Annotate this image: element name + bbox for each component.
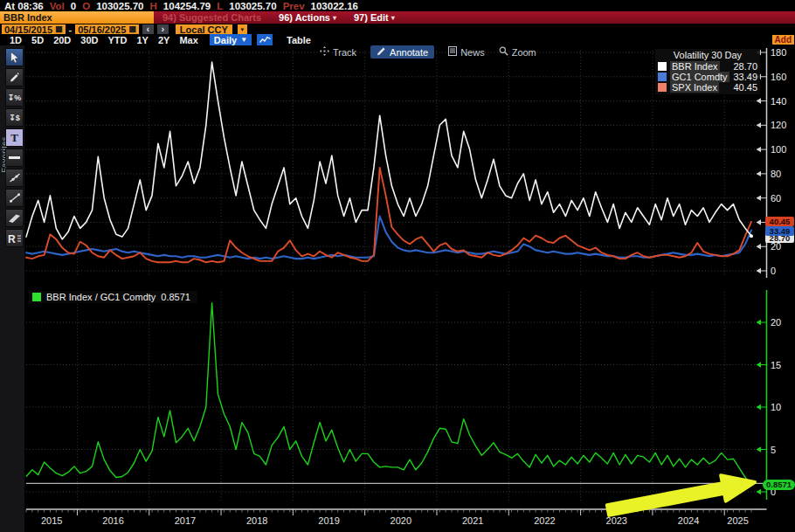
y-tick-label: 80 — [771, 169, 781, 179]
legend-item-label: SPX Index — [670, 82, 719, 93]
tick-arrow-icon — [757, 122, 762, 128]
x-axis-year-label: 2022 — [534, 515, 555, 526]
percent-retracement-tool[interactable]: ↧% — [5, 88, 24, 107]
quote-segment: 103025.70 — [96, 1, 143, 11]
legend-item-spx-index[interactable]: SPX Index40.45 — [658, 82, 757, 93]
channel-tool[interactable] — [5, 209, 24, 227]
table-button[interactable]: Table — [287, 35, 311, 45]
horizontal-line-icon — [9, 156, 20, 159]
calendar-icon[interactable]: ▦ — [55, 25, 63, 33]
menu-96-actions[interactable]: 96) Actions▾ — [279, 12, 336, 23]
cursor-icon — [10, 52, 20, 64]
annotate-icon — [377, 46, 386, 58]
period-tab-2y[interactable]: 2Y — [158, 35, 169, 45]
trend-line-tool[interactable] — [5, 169, 24, 187]
menu-label: 96) Actions — [279, 12, 330, 23]
x-axis-year-label: 2025 — [727, 515, 748, 526]
ray-line-tool[interactable] — [5, 189, 24, 207]
panel-header: BBR Index 94) Suggested Charts96) Action… — [0, 11, 795, 24]
period-tab-1y[interactable]: 1Y — [137, 35, 149, 45]
period-tab-30d[interactable]: 30D — [80, 35, 98, 45]
period-tab-ytd[interactable]: YTD — [108, 35, 128, 45]
add-button[interactable]: Add — [772, 35, 794, 45]
horizontal-line-tool[interactable] — [5, 149, 24, 167]
y-tick-label: 15 — [771, 360, 781, 370]
ray-line-icon — [9, 192, 21, 204]
legend-item-label: BBR Index — [670, 61, 720, 72]
period-tab-5d[interactable]: 5D — [31, 35, 44, 45]
chart-toolbar: TrackAnnotateNewsZoom — [320, 45, 536, 59]
y-tick-label: 10 — [771, 402, 781, 412]
quote-segment: O — [82, 1, 90, 11]
legend-item-bbr-index[interactable]: BBR Index28.70 — [658, 61, 757, 72]
frequency-dropdown[interactable]: Daily ▼ — [210, 34, 252, 45]
y-tick-label: 180 — [771, 47, 786, 58]
quote-segment: 0 — [71, 1, 76, 11]
menu-94-suggested-charts[interactable]: 94) Suggested Charts — [162, 12, 261, 23]
text-annotation-tool[interactable]: T — [5, 128, 24, 147]
chart-type-button[interactable] — [257, 34, 273, 45]
calendar-icon[interactable]: ▦ — [128, 25, 136, 33]
quote-segment: Prev — [283, 1, 305, 11]
end-date-field[interactable]: 05/16/2025 ▦ — [75, 24, 139, 35]
series-bbr-index-gc1-comdty-line — [26, 303, 751, 485]
chevron-down-icon: ▾ — [391, 14, 395, 22]
y-tick-label: 100 — [771, 144, 786, 155]
chevron-down-icon[interactable]: ▾ — [238, 24, 247, 35]
period-tab-max[interactable]: Max — [179, 35, 197, 45]
tick-arrow-icon — [757, 171, 762, 176]
tick-arrow-icon — [757, 219, 762, 225]
chevron-down-icon: ▾ — [333, 14, 336, 22]
chart-toolbar-news[interactable]: News — [448, 45, 485, 59]
prev-range-button[interactable]: ‹ — [142, 24, 154, 35]
quote-segment: Vol — [50, 1, 65, 11]
menu-97-edit[interactable]: 97) Edit▾ — [354, 12, 395, 23]
period-tab-1d[interactable]: 1D — [10, 35, 22, 45]
chart-toolbar-track[interactable]: Track — [320, 45, 356, 59]
chart-toolbar-label: News — [460, 47, 485, 58]
tick-arrow-icon — [757, 362, 762, 367]
legend-item-gc1-comdty[interactable]: GC1 Comdty33.49 — [658, 72, 757, 82]
x-axis-year-label: 2018 — [246, 515, 267, 526]
regression-tool[interactable]: R — [5, 229, 24, 247]
y-tick-label: 140 — [771, 96, 786, 107]
series-swatch — [658, 73, 667, 81]
security-name-field[interactable]: BBR Index — [0, 11, 154, 24]
x-axis-year-label: 2020 — [391, 515, 411, 526]
quote-segment: H — [150, 1, 157, 11]
chart-canvas[interactable]: 0204060801001201401601800510152020152016… — [0, 45, 795, 532]
price-retracement-tool[interactable]: ↧$ — [5, 108, 24, 127]
x-axis-year-label: 2015 — [41, 515, 62, 526]
tick-arrow-icon — [757, 320, 762, 325]
chart-toolbar-annotate[interactable]: Annotate — [370, 45, 434, 59]
zoom-icon — [499, 46, 508, 58]
period-tab-20d[interactable]: 20D — [53, 35, 71, 45]
y-tick-label: 5 — [771, 445, 776, 455]
ratio-series-swatch[interactable] — [32, 293, 41, 301]
tick-arrow-icon — [757, 268, 762, 273]
chart-toolbar-label: Track — [333, 47, 356, 58]
period-tabs: 1D5D20D30DYTD1Y2YMax — [0, 35, 198, 45]
y-tick-label: 120 — [771, 120, 786, 130]
start-date-field[interactable]: 04/15/2015 ▦ — [2, 24, 66, 35]
next-range-button[interactable]: › — [157, 24, 169, 35]
y-tick-label: 20 — [771, 317, 781, 328]
regression-icon: R — [8, 232, 22, 244]
percent-drop-icon: ↧% — [8, 93, 22, 102]
series-gc1-comdty-line — [26, 217, 751, 259]
menu-label: 97) Edit — [354, 12, 389, 23]
ratio-last-value-badge: 0.8571 — [763, 480, 795, 490]
draw-annotation-tool[interactable] — [5, 68, 24, 86]
frequency-value: Daily — [214, 35, 237, 45]
gc1-last-value-badge: 33.49 — [765, 226, 794, 236]
legend-item-value: 40.45 — [733, 82, 757, 93]
legend-item-value: 33.49 — [733, 72, 757, 82]
series-swatch — [658, 62, 667, 71]
dollar-drop-icon: ↧$ — [9, 114, 20, 122]
ratio-legend-label: BBR Index / GC1 Comdty — [46, 292, 156, 302]
cursor-tool[interactable] — [5, 48, 24, 66]
currency-dropdown[interactable]: Local CCY — [176, 24, 232, 35]
chart-toolbar-zoom[interactable]: Zoom — [499, 45, 536, 59]
ratio-legend: BBR Index / GC1 Comdty 0.8571 — [29, 291, 197, 303]
period-bar: 1D5D20D30DYTD1Y2YMax Daily ▼ Table Add — [0, 34, 795, 45]
